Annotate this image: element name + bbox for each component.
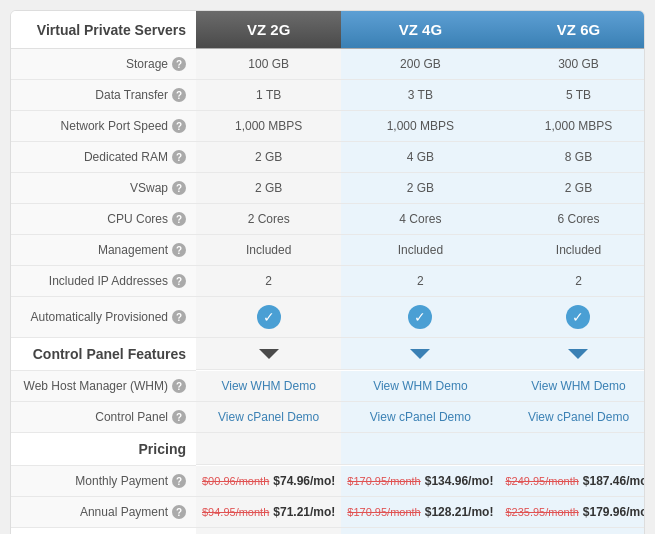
info-icon-data-transfer[interactable]: ? bbox=[172, 88, 186, 102]
plan-header-vz2g: VZ 2G bbox=[196, 11, 341, 49]
price-line-annual-vz4g: $170.95/month $128.21/mo! bbox=[347, 505, 493, 519]
row-label-management: Management ? bbox=[11, 235, 196, 266]
mgmt-vz2g: Included bbox=[196, 235, 341, 266]
vswap-vz2g: 2 GB bbox=[196, 173, 341, 204]
price-line-monthly-vz6g: $249.95/month $187.46/mo! bbox=[505, 474, 645, 488]
info-icon-cpu-cores[interactable]: ? bbox=[172, 212, 186, 226]
price-new-monthly-vz2g: $74.96/mo! bbox=[273, 474, 335, 488]
price-new-annual-vz4g: $128.21/mo! bbox=[425, 505, 494, 519]
monthly-vz2g: $00.96/month $74.96/mo! bbox=[196, 466, 341, 497]
info-icon-network-speed[interactable]: ? bbox=[172, 119, 186, 133]
section-header-cp-vz6g bbox=[499, 338, 645, 370]
whm-demo-link-vz2g[interactable]: View WHM Demo bbox=[221, 379, 315, 393]
plan-header-vz6g: VZ 6G bbox=[499, 11, 645, 49]
storage-vz2g: 100 GB bbox=[196, 49, 341, 80]
annual-vz6g: $235.95/month $179.96/mo! bbox=[499, 497, 645, 528]
price-new-monthly-vz4g: $134.96/mo! bbox=[425, 474, 494, 488]
price-new-annual-vz6g: $179.96/mo! bbox=[583, 505, 645, 519]
cpanel-vz4g: View cPanel Demo bbox=[341, 402, 499, 433]
cpanel-vz2g: View cPanel Demo bbox=[196, 402, 341, 433]
info-icon-cpanel[interactable]: ? bbox=[172, 410, 186, 424]
row-label-ip-addresses: Included IP Addresses ? bbox=[11, 266, 196, 297]
cpu-vz4g: 4 Cores bbox=[341, 204, 499, 235]
price-new-annual-vz2g: $71.21/mo! bbox=[273, 505, 335, 519]
row-label-auto-provisioned: Automatically Provisioned ? bbox=[11, 297, 196, 338]
ram-vz6g: 8 GB bbox=[499, 142, 645, 173]
section-control-panel: Control Panel Features bbox=[11, 338, 196, 371]
annual-vz2g: $94.95/month $71.21/mo! bbox=[196, 497, 341, 528]
ram-vz4g: 4 GB bbox=[341, 142, 499, 173]
section-header-cp-vz2g bbox=[196, 338, 341, 370]
info-icon-annual[interactable]: ? bbox=[172, 505, 186, 519]
row-label-vswap: VSwap ? bbox=[11, 173, 196, 204]
ip-vz4g: 2 bbox=[341, 266, 499, 297]
cpanel-demo-link-vz2g[interactable]: View cPanel Demo bbox=[218, 410, 319, 424]
row-label-storage: Storage ? bbox=[11, 49, 196, 80]
cpu-vz6g: 6 Cores bbox=[499, 204, 645, 235]
order-cell-vz2g: Order Now bbox=[196, 528, 341, 534]
info-icon-storage[interactable]: ? bbox=[172, 57, 186, 71]
monthly-vz6g: $249.95/month $187.46/mo! bbox=[499, 466, 645, 497]
price-old-annual-vz4g: $170.95/month bbox=[347, 506, 420, 518]
price-new-monthly-vz6g: $187.46/mo! bbox=[583, 474, 645, 488]
ip-vz6g: 2 bbox=[499, 266, 645, 297]
info-icon-whm[interactable]: ? bbox=[172, 379, 186, 393]
whm-demo-link-vz4g[interactable]: View WHM Demo bbox=[373, 379, 467, 393]
info-icon-vswap[interactable]: ? bbox=[172, 181, 186, 195]
ram-vz2g: 2 GB bbox=[196, 142, 341, 173]
vswap-vz6g: 2 GB bbox=[499, 173, 645, 204]
whm-demo-link-vz6g[interactable]: View WHM Demo bbox=[531, 379, 625, 393]
price-container-monthly-vz6g: $249.95/month $187.46/mo! bbox=[505, 474, 645, 488]
row-label-annual: Annual Payment ? bbox=[11, 497, 196, 528]
datatransfer-vz2g: 1 TB bbox=[196, 80, 341, 111]
info-icon-auto-provisioned[interactable]: ? bbox=[172, 310, 186, 324]
row-label-dedicated-ram: Dedicated RAM ? bbox=[11, 142, 196, 173]
price-line-monthly-vz2g: $00.96/month $74.96/mo! bbox=[202, 474, 335, 488]
info-icon-dedicated-ram[interactable]: ? bbox=[172, 150, 186, 164]
price-old-monthly-vz6g: $249.95/month bbox=[505, 475, 578, 487]
annual-vz4g: $170.95/month $128.21/mo! bbox=[341, 497, 499, 528]
mgmt-vz4g: Included bbox=[341, 235, 499, 266]
order-cell-vz6g: Order Now bbox=[499, 528, 645, 534]
row-label-cpanel: Control Panel ? bbox=[11, 402, 196, 433]
plan-header-vz4g: VZ 4G bbox=[341, 11, 499, 49]
ip-vz2g: 2 bbox=[196, 266, 341, 297]
price-old-annual-vz6g: $235.95/month bbox=[505, 506, 578, 518]
storage-vz4g: 200 GB bbox=[341, 49, 499, 80]
monthly-vz4g: $170.95/month $134.96/mo! bbox=[341, 466, 499, 497]
info-icon-management[interactable]: ? bbox=[172, 243, 186, 257]
price-container-annual-vz2g: $94.95/month $71.21/mo! bbox=[202, 505, 335, 519]
autoprov-vz6g: ✓ bbox=[499, 297, 645, 338]
price-line-annual-vz2g: $94.95/month $71.21/mo! bbox=[202, 505, 335, 519]
whm-vz4g: View WHM Demo bbox=[341, 371, 499, 402]
cpanel-demo-link-vz4g[interactable]: View cPanel Demo bbox=[370, 410, 471, 424]
section-header-cp-vz4g bbox=[341, 338, 499, 370]
price-old-monthly-vz4g: $170.95/month bbox=[347, 475, 420, 487]
row-label-cpu-cores: CPU Cores ? bbox=[11, 204, 196, 235]
check-icon-vz4g: ✓ bbox=[408, 305, 432, 329]
cpanel-demo-link-vz6g[interactable]: View cPanel Demo bbox=[528, 410, 629, 424]
section-header-pricing-vz2g bbox=[196, 433, 341, 465]
price-line-annual-vz6g: $235.95/month $179.96/mo! bbox=[505, 505, 645, 519]
info-icon-ip-addresses[interactable]: ? bbox=[172, 274, 186, 288]
cpu-vz2g: 2 Cores bbox=[196, 204, 341, 235]
autoprov-vz2g: ✓ bbox=[196, 297, 341, 338]
autoprov-vz4g: ✓ bbox=[341, 297, 499, 338]
row-label-network-speed: Network Port Speed ? bbox=[11, 111, 196, 142]
price-container-monthly-vz2g: $00.96/month $74.96/mo! bbox=[202, 474, 335, 488]
mgmt-vz6g: Included bbox=[499, 235, 645, 266]
price-container-annual-vz4g: $170.95/month $128.21/mo! bbox=[347, 505, 493, 519]
table-grid: Virtual Private Servers VZ 2G VZ 4G VZ 6… bbox=[11, 11, 644, 534]
check-icon-vz2g: ✓ bbox=[257, 305, 281, 329]
netspeed-vz4g: 1,000 MBPS bbox=[341, 111, 499, 142]
whm-vz2g: View WHM Demo bbox=[196, 371, 341, 402]
info-icon-monthly[interactable]: ? bbox=[172, 474, 186, 488]
price-line-monthly-vz4g: $170.95/month $134.96/mo! bbox=[347, 474, 493, 488]
price-container-annual-vz6g: $235.95/month $179.96/mo! bbox=[505, 505, 645, 519]
netspeed-vz2g: 1,000 MBPS bbox=[196, 111, 341, 142]
netspeed-vz6g: 1,000 MBPS bbox=[499, 111, 645, 142]
whm-vz6g: View WHM Demo bbox=[499, 371, 645, 402]
section-pricing: Pricing bbox=[11, 433, 196, 466]
title-label: Virtual Private Servers bbox=[11, 11, 196, 49]
row-label-data-transfer: Data Transfer ? bbox=[11, 80, 196, 111]
